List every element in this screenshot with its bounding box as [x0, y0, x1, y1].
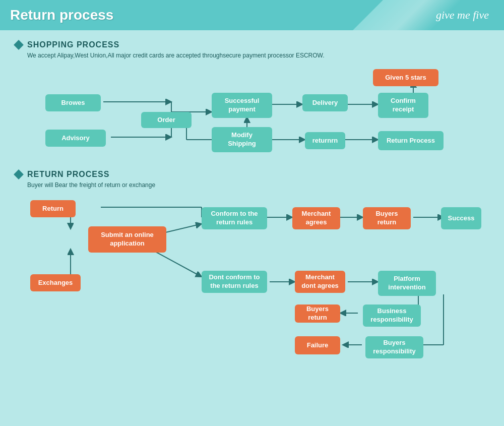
return-process-box: Return Process: [378, 131, 444, 150]
business-resp-box: Business responsibility: [363, 305, 421, 327]
merchant-agrees-box: Merchant agrees: [292, 207, 340, 229]
failure-box: Failure: [295, 336, 340, 354]
delivery-box: Delivery: [302, 94, 348, 111]
page-title: Return process: [10, 7, 113, 23]
shopping-diamond-icon: [14, 40, 24, 50]
given-5-stars-box: Given 5 stars: [373, 69, 438, 86]
platform-box: Platform intervention: [378, 271, 436, 296]
dont-conform-box: Dont conform to the return rules: [202, 271, 267, 293]
return-section-header: RETURN PROCESS: [15, 170, 489, 179]
brand-text: give me five: [436, 9, 489, 22]
conform-box: Conform to the return rules: [202, 207, 267, 229]
return-title: RETURN PROCESS: [27, 170, 109, 179]
return-flow: Return Submit an online application Exch…: [15, 196, 489, 352]
shopping-flow: Browes Order Advisory Successful payment…: [15, 67, 489, 167]
merchant-dont-box: Merchant dont agrees: [295, 271, 345, 293]
exchanges-box: Exchanges: [30, 274, 81, 291]
modify-shipping-box: Modify Shipping: [212, 127, 272, 152]
successful-payment-box: Successful payment: [212, 93, 272, 118]
advisory-box: Advisory: [45, 130, 106, 147]
confirm-receipt-box: Confirm receipt: [378, 93, 428, 118]
return-diamond-icon: [14, 169, 24, 179]
buyers-return-top-box: Buyers return: [363, 207, 411, 229]
return-desc: Buyer will Bear the freight of return or…: [27, 181, 489, 189]
shopping-section-header: SHOPPING PROCESS: [15, 40, 489, 49]
return-box: Return: [30, 200, 76, 217]
header: Return process give me five: [0, 0, 504, 30]
order-box: Order: [141, 112, 192, 128]
shopping-desc: We accept Alipay,West Union,All major cr…: [27, 52, 489, 59]
returnrn-box: returnrn: [305, 132, 345, 149]
buyers-resp-box: Buyers responsibility: [365, 336, 423, 358]
buyers-return-bot-box: Buyers return: [295, 305, 340, 323]
shopping-title: SHOPPING PROCESS: [27, 40, 119, 49]
browes-box: Browes: [45, 94, 101, 111]
success-box: Success: [441, 207, 481, 229]
submit-online-box: Submit an online application: [88, 226, 166, 253]
main-content: SHOPPING PROCESS We accept Alipay,West U…: [0, 30, 504, 362]
